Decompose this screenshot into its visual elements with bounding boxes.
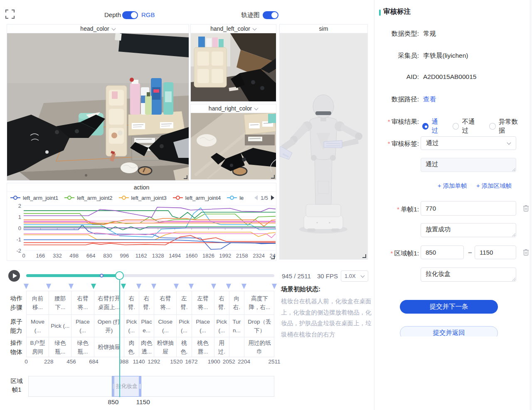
region-block[interactable]: 拉化妆盒 [112, 376, 141, 397]
atom-cell[interactable]: Pick (... [124, 315, 139, 337]
hand-left-camera-selector[interactable]: hand_left_color [191, 25, 276, 33]
single-frame-slider-marker[interactable] [100, 274, 103, 277]
svg-text:-1: -1 [16, 236, 21, 243]
region-handle-right[interactable] [140, 384, 140, 389]
action-chart[interactable]: 210-1-2016633249866483099611621328149416… [7, 203, 276, 261]
atom-cell[interactable]: Turn... [229, 315, 244, 337]
step-cell[interactable]: 高度下降，右... [244, 291, 275, 314]
timeline-marker-icon[interactable] [226, 284, 231, 289]
play-button[interactable] [8, 270, 20, 282]
row-label-objects: 操作物体 [9, 337, 23, 357]
region-end-tick: 1150 [136, 398, 150, 406]
step-cell[interactable]: 左臂. [177, 291, 192, 314]
fullscreen-icon[interactable] [5, 10, 15, 19]
region-track-bar[interactable]: 拉化妆盒 [28, 376, 274, 397]
legend-label: left_arm_joint4 [185, 195, 221, 201]
object-cell[interactable] [229, 337, 244, 357]
region-frame-note-textarea[interactable]: 拉化妆盒 [421, 268, 516, 282]
object-cell[interactable]: 肉色. [124, 337, 139, 357]
timeline-marker-icon[interactable] [121, 284, 126, 289]
object-cell[interactable]: 绿色瓶... [71, 337, 94, 357]
atom-cell[interactable]: Pick (... [214, 315, 229, 337]
delete-region-frame-icon[interactable] [522, 248, 530, 256]
atom-cell[interactable]: Place... [139, 315, 154, 337]
panel-resize-handle[interactable] [184, 176, 188, 179]
sim-panel: sim [279, 24, 368, 260]
legend-item[interactable]: left_arm_joint1 [10, 195, 58, 201]
step-cell[interactable]: 左臂将... [192, 291, 214, 314]
object-cell[interactable]: 用过. [214, 337, 229, 357]
object-cell[interactable]: B户型房间 [27, 337, 49, 357]
legend-next-icon[interactable] [271, 195, 274, 200]
step-cell[interactable]: 右臂. [124, 291, 139, 314]
data-path-link[interactable]: 查看 [423, 95, 436, 104]
svg-text:830: 830 [103, 253, 112, 259]
legend-item[interactable]: left_arm_joint4 [173, 195, 221, 201]
single-frame-input[interactable] [421, 201, 516, 216]
object-cell[interactable]: 桃色唇... [192, 337, 214, 357]
step-cell[interactable]: 向右. [229, 291, 244, 314]
step-cell[interactable]: 右臂将... [71, 291, 94, 314]
scrollbar-track[interactable] [530, 0, 532, 410]
playhead-line[interactable] [119, 280, 120, 397]
panel-resize-handle[interactable] [363, 255, 367, 258]
depth-rgb-toggle[interactable] [122, 11, 138, 19]
object-cell[interactable]: 粉饼抽屉 [154, 337, 177, 357]
tag-note-textarea[interactable]: 通过 [421, 158, 516, 172]
timeline-marker-icon[interactable] [189, 284, 194, 289]
timeline-marker-icon[interactable] [151, 284, 156, 289]
trajectory-toggle[interactable] [263, 11, 278, 19]
legend-item[interactable]: left_arm_joint2 [64, 195, 112, 201]
atom-cell[interactable]: Place (... [192, 315, 214, 337]
timeline-marker-icon[interactable] [69, 284, 74, 289]
timeline-marker-icon[interactable] [241, 284, 246, 289]
scene-state-title: 场景初始状态: [281, 285, 372, 293]
legend-line-icon [10, 196, 20, 200]
step-cell[interactable]: 右臂将... [154, 291, 177, 314]
step-cell[interactable]: 右臂. [139, 291, 154, 314]
timeline-marker-icon[interactable] [24, 284, 29, 289]
timeline-marker-icon[interactable] [211, 284, 216, 289]
panel-resize-handle[interactable] [271, 175, 275, 179]
submit-next-button[interactable]: 提交并下一条 [400, 300, 498, 314]
timeline-marker-icon[interactable] [272, 284, 277, 289]
range-separator: – [466, 248, 474, 255]
timeline-marker-icon[interactable] [46, 284, 51, 289]
delete-single-frame-icon[interactable] [522, 204, 530, 212]
object-cell[interactable]: 用过的纸巾 [244, 337, 275, 357]
atom-cell[interactable]: Pick (... [49, 315, 71, 337]
atom-cell[interactable]: Pick (... [177, 315, 192, 337]
region-handle-left[interactable] [113, 384, 114, 389]
step-cell[interactable]: 右臂. [214, 291, 229, 314]
object-cell[interactable]: 桃色. [177, 337, 192, 357]
speed-select[interactable]: 1.0X [341, 270, 368, 282]
legend-item[interactable]: le [227, 195, 244, 201]
timeline-marker-icon[interactable] [136, 284, 141, 289]
object-cell[interactable]: 绿色瓶... [49, 337, 71, 357]
atom-cell[interactable]: Drop（丢下） [244, 315, 275, 337]
panel-resize-handle[interactable] [271, 256, 275, 260]
atom-cell[interactable]: Close (... [154, 315, 177, 337]
tag-select[interactable]: 通过 [421, 136, 516, 150]
timeline-marker-icon[interactable] [91, 284, 96, 289]
add-single-frame-button[interactable]: + 添加单帧 [438, 182, 467, 190]
step-cell[interactable]: 腰部下... [49, 291, 71, 314]
result-radio-不通过[interactable]: 不通过 [453, 118, 480, 135]
region-end-input[interactable] [475, 246, 516, 259]
legend-item[interactable]: left_arm_joint3 [119, 195, 167, 201]
add-region-frame-button[interactable]: + 添加区域帧 [476, 182, 512, 190]
result-radio-通过[interactable]: 通过 [422, 118, 444, 135]
object-cell[interactable]: 肉色透... [139, 337, 154, 357]
single-frame-note-textarea[interactable]: 放置成功 [421, 223, 516, 237]
timeline-marker-icon[interactable] [174, 284, 179, 289]
timeline-slider-handle[interactable] [115, 271, 124, 280]
atom-cell[interactable]: Place (... [71, 315, 94, 337]
result-radio-异常数据[interactable]: 异常数据 [489, 118, 523, 135]
step-cell[interactable]: 向前移... [27, 291, 49, 314]
region-start-input[interactable] [421, 246, 464, 259]
hand-right-camera-selector[interactable]: hand_right_color [191, 104, 276, 113]
svg-text:-2: -2 [16, 248, 21, 254]
legend-prev-icon[interactable] [254, 195, 258, 200]
atom-cell[interactable]: Move (... [27, 315, 49, 337]
head-camera-selector[interactable]: head_color [7, 25, 189, 33]
